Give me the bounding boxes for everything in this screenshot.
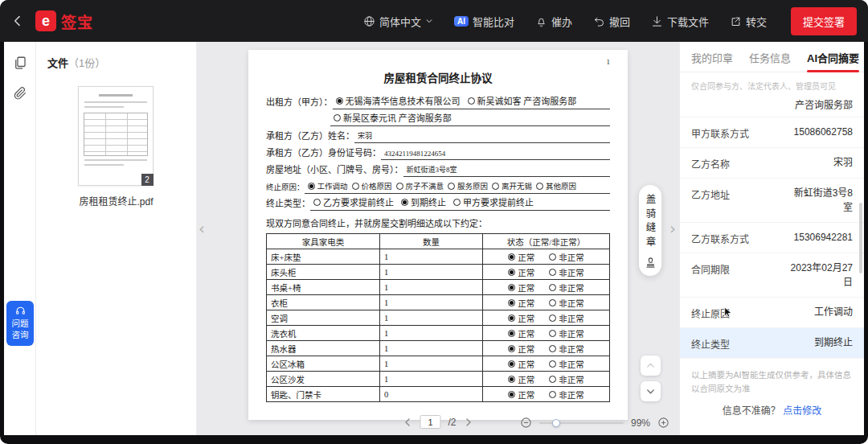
- visibility-note: 仅合同参与方、法定代表人、管理员可见: [680, 72, 864, 97]
- table-row: 洗衣机1正常非正常: [267, 326, 610, 341]
- status-option: 非正常: [549, 327, 584, 339]
- tab-my-seals[interactable]: 我的印章: [691, 42, 733, 72]
- tab-task-info[interactable]: 任务信息: [749, 42, 791, 72]
- zoom-slider[interactable]: [539, 422, 624, 424]
- attachment-icon-button[interactable]: [11, 85, 29, 103]
- brand-name: 签宝: [61, 10, 93, 32]
- summary-value: 15086062758: [794, 125, 853, 139]
- doc-option: 工作调动: [308, 180, 348, 191]
- item-qty: 1: [379, 341, 482, 356]
- scroll-down-button[interactable]: [641, 381, 661, 401]
- collapse-right-handle[interactable]: ›: [669, 219, 676, 238]
- radio-icon: [549, 360, 556, 368]
- summary-row[interactable]: 乙方名称宋羽: [680, 148, 864, 179]
- paging-seal-button[interactable]: 盖骑缝章: [639, 185, 661, 276]
- transfer-label: 转交: [746, 14, 767, 29]
- item-status: 正常非正常: [483, 265, 610, 280]
- radio-selected-icon: [508, 360, 515, 368]
- scroll-up-button[interactable]: [641, 356, 661, 376]
- status-option: 非正常: [549, 358, 584, 370]
- table-row: 书桌+椅1正常非正常: [267, 280, 610, 295]
- click-modify-link[interactable]: 点击修改: [783, 405, 821, 417]
- help-consult-button[interactable]: 问题 咨询: [6, 301, 34, 346]
- zoom-slider-knob[interactable]: [552, 419, 560, 427]
- download-file-button[interactable]: 下载文件: [651, 14, 709, 29]
- doc-line: 房屋地址（小区、门牌号、房号）：新虹街道3号8室: [266, 160, 610, 177]
- item-qty: 0: [379, 387, 482, 402]
- doc-field-label: [266, 125, 330, 126]
- table-row: 衣柜1正常非正常: [267, 295, 610, 310]
- radio-selected-icon: [508, 345, 515, 352]
- doc-option-label: 无锡海清华信息技术有限公司: [346, 94, 461, 107]
- summary-row[interactable]: 乙方联系方式15306942281: [680, 223, 864, 253]
- doc-line: 承租方（乙方）身份证号码：43242119481224654: [266, 143, 610, 160]
- radio-icon: [549, 391, 556, 398]
- next-page-button[interactable]: [464, 417, 473, 427]
- panel-scrollbar-thumb[interactable]: [859, 203, 862, 273]
- files-count: （1份）: [68, 57, 105, 69]
- col-status: 状态（正常/非正常）: [483, 234, 610, 249]
- file-thumbnail[interactable]: 2: [78, 86, 154, 186]
- doc-option-label: 价格原因: [362, 180, 392, 191]
- radio-selected-icon: [508, 391, 515, 398]
- pdf-viewer: ‹ › 1 房屋租赁合同终止协议 出租方（甲方）：无锡海清华信息技术有限公司新吴…: [197, 42, 679, 435]
- zoom-in-button[interactable]: [657, 417, 669, 429]
- back-button[interactable]: [0, 0, 35, 42]
- doc-option-label: 服务原因: [457, 180, 488, 191]
- doc-field-label: 终止原因：: [266, 181, 305, 194]
- document-lines: 出租方（甲方）：无锡海清华信息技术有限公司新吴诚如客 产咨询服务部新吴区泰元讯 …: [266, 92, 610, 211]
- summary-row[interactable]: 甲方联系方式15086062758: [680, 117, 864, 148]
- withdraw-button[interactable]: 撤回: [593, 14, 630, 29]
- summary-row[interactable]: 合同期限2023年02月27日: [680, 253, 864, 298]
- radio-selected-icon: [508, 269, 515, 276]
- page-number-input[interactable]: [420, 415, 440, 429]
- table-row: 钥匙、门禁卡0正常非正常: [267, 387, 610, 402]
- radio-icon: [549, 314, 556, 322]
- summary-row[interactable]: 终止原因工作调动: [680, 298, 864, 328]
- urge-button[interactable]: 催办: [535, 14, 572, 29]
- radio-selected-icon: [508, 253, 515, 261]
- item-status: 正常非正常: [483, 280, 610, 295]
- collapse-left-handle[interactable]: ‹: [199, 219, 205, 238]
- item-qty: 1: [379, 280, 482, 295]
- item-status: 正常非正常: [483, 295, 610, 310]
- status-option: 非正常: [549, 282, 584, 294]
- doc-option: 乙方要求提前终止: [313, 195, 394, 208]
- transfer-button[interactable]: 转交: [730, 14, 767, 29]
- help-label-line1: 问题: [12, 318, 29, 329]
- status-option-selected: 正常: [508, 251, 534, 263]
- prev-page-button[interactable]: [403, 417, 412, 427]
- zoom-out-button[interactable]: [520, 417, 532, 429]
- page-count-badge: 2: [141, 174, 154, 186]
- handover-table-body: 床+床垫1正常非正常床头柜1正常非正常书桌+椅1正常非正常衣柜1正常非正常空调1…: [267, 249, 610, 402]
- doc-option-label: 新吴诚如客 产咨询服务部: [477, 94, 577, 107]
- topbar: e 签宝 简体中文 AI 智能比对 催办 撤回 下载文件: [0, 0, 868, 42]
- item-name: 空调: [267, 310, 380, 326]
- partial-summary-row: 产咨询服务部: [680, 97, 864, 117]
- summary-rows: 甲方联系方式15086062758乙方名称宋羽乙方地址新虹街道3号8室乙方联系方…: [680, 117, 864, 359]
- status-option-selected: 正常: [508, 266, 534, 278]
- summary-row[interactable]: 终止类型到期终止: [680, 328, 864, 359]
- radio-icon: [453, 199, 461, 206]
- item-qty: 1: [379, 265, 482, 280]
- doc-option: 房子不满意: [396, 180, 444, 191]
- summary-row[interactable]: 乙方地址新虹街道3号8室: [680, 179, 864, 223]
- radio-selected-icon: [308, 183, 315, 190]
- ai-compare-button[interactable]: AI 智能比对: [454, 14, 514, 29]
- status-option-selected: 正常: [508, 282, 534, 294]
- radio-selected-icon: [401, 199, 408, 206]
- submit-sign-button[interactable]: 提交签署: [791, 7, 857, 35]
- files-title: 文件: [47, 57, 68, 69]
- item-qty: 1: [379, 249, 482, 265]
- file-list-icon-button[interactable]: [11, 55, 29, 72]
- download-icon: [651, 15, 663, 27]
- doc-field-value: 新吴区泰元讯 产咨询服务部: [330, 111, 610, 126]
- summary-label: 合同期限: [691, 261, 730, 276]
- summary-label: 甲方联系方式: [691, 125, 749, 140]
- tab-ai-summary[interactable]: AI合同摘要: [807, 42, 859, 72]
- language-selector[interactable]: 简体中文: [363, 14, 433, 29]
- item-name: 衣柜: [267, 295, 380, 310]
- scroll-buttons: [641, 356, 661, 401]
- item-qty: 1: [379, 372, 482, 387]
- right-panel: 我的印章任务信息AI合同摘要 仅合同参与方、法定代表人、管理员可见 产咨询服务部…: [679, 42, 864, 435]
